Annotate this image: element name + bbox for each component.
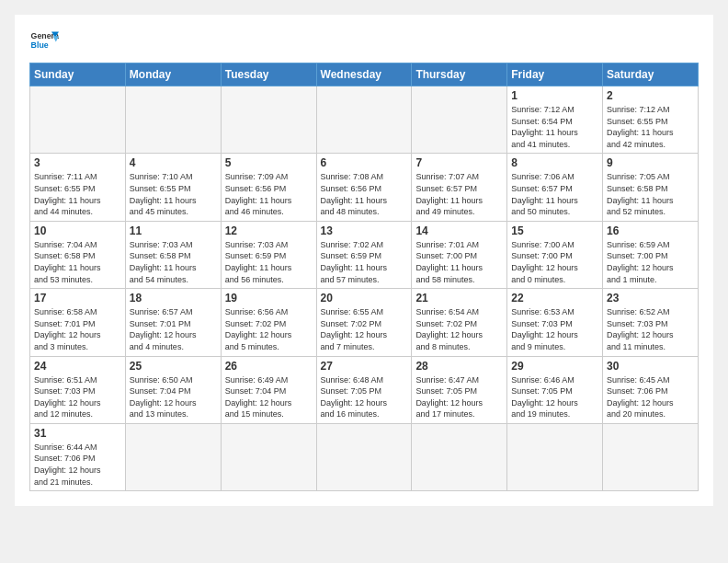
day-info: Sunrise: 7:12 AM Sunset: 6:54 PM Dayligh…: [511, 104, 598, 150]
day-info: Sunrise: 7:11 AM Sunset: 6:55 PM Dayligh…: [34, 171, 121, 217]
calendar-cell: 17Sunrise: 6:58 AM Sunset: 7:01 PM Dayli…: [30, 289, 126, 356]
calendar-cell: 16Sunrise: 6:59 AM Sunset: 7:00 PM Dayli…: [603, 221, 699, 288]
day-number: 9: [607, 156, 694, 169]
day-number: 28: [415, 360, 503, 373]
calendar-cell: 20Sunrise: 6:55 AM Sunset: 7:02 PM Dayli…: [316, 289, 412, 356]
day-info: Sunrise: 6:48 AM Sunset: 7:05 PM Dayligh…: [321, 374, 408, 420]
logo-icon: General Blue: [29, 26, 59, 55]
calendar-cell: 26Sunrise: 6:49 AM Sunset: 7:04 PM Dayli…: [221, 356, 316, 423]
day-number: 31: [34, 427, 121, 440]
calendar-cell: 9Sunrise: 7:05 AM Sunset: 6:58 PM Daylig…: [603, 154, 699, 221]
day-header-saturday: Saturday: [603, 63, 699, 86]
calendar-cell: [412, 423, 507, 490]
day-info: Sunrise: 7:10 AM Sunset: 6:55 PM Dayligh…: [130, 171, 217, 217]
day-info: Sunrise: 6:49 AM Sunset: 7:04 PM Dayligh…: [225, 374, 313, 420]
calendar-cell: 23Sunrise: 6:52 AM Sunset: 7:03 PM Dayli…: [603, 289, 699, 356]
day-number: 23: [607, 292, 694, 304]
calendar-cell: [30, 86, 126, 154]
week-row-4: 24Sunrise: 6:51 AM Sunset: 7:03 PM Dayli…: [30, 356, 699, 423]
day-header-friday: Friday: [507, 63, 603, 86]
week-row-0: 1Sunrise: 7:12 AM Sunset: 6:54 PM Daylig…: [30, 86, 699, 154]
week-row-3: 17Sunrise: 6:58 AM Sunset: 7:01 PM Dayli…: [30, 289, 699, 356]
day-info: Sunrise: 6:59 AM Sunset: 7:00 PM Dayligh…: [607, 239, 694, 285]
calendar-cell: 14Sunrise: 7:01 AM Sunset: 7:00 PM Dayli…: [412, 221, 507, 288]
day-number: 19: [225, 292, 313, 304]
day-number: 24: [34, 360, 121, 373]
day-info: Sunrise: 7:00 AM Sunset: 7:00 PM Dayligh…: [511, 239, 598, 285]
calendar-cell: [125, 86, 221, 154]
days-header-row: SundayMondayTuesdayWednesdayThursdayFrid…: [30, 63, 699, 86]
day-info: Sunrise: 7:01 AM Sunset: 7:00 PM Dayligh…: [415, 239, 503, 285]
day-number: 30: [607, 360, 694, 373]
day-number: 22: [511, 292, 598, 304]
calendar-cell: 8Sunrise: 7:06 AM Sunset: 6:57 PM Daylig…: [507, 154, 603, 221]
day-info: Sunrise: 7:05 AM Sunset: 6:58 PM Dayligh…: [607, 171, 694, 217]
day-number: 17: [34, 292, 121, 304]
calendar-cell: 12Sunrise: 7:03 AM Sunset: 6:59 PM Dayli…: [221, 221, 316, 288]
calendar-cell: 5Sunrise: 7:09 AM Sunset: 6:56 PM Daylig…: [221, 154, 316, 221]
day-info: Sunrise: 7:07 AM Sunset: 6:57 PM Dayligh…: [415, 171, 503, 217]
svg-text:Blue: Blue: [31, 40, 49, 50]
calendar-cell: [412, 86, 507, 154]
calendar-page: General Blue SundayMondayTuesdayWednesda…: [15, 15, 713, 506]
day-info: Sunrise: 6:45 AM Sunset: 7:06 PM Dayligh…: [607, 374, 694, 420]
day-header-tuesday: Tuesday: [221, 63, 316, 86]
day-number: 26: [225, 360, 313, 373]
day-info: Sunrise: 6:50 AM Sunset: 7:04 PM Dayligh…: [130, 374, 217, 420]
day-number: 11: [130, 224, 217, 237]
day-info: Sunrise: 6:58 AM Sunset: 7:01 PM Dayligh…: [34, 306, 121, 352]
day-info: Sunrise: 6:56 AM Sunset: 7:02 PM Dayligh…: [225, 306, 313, 352]
calendar-cell: 1Sunrise: 7:12 AM Sunset: 6:54 PM Daylig…: [507, 86, 603, 154]
day-info: Sunrise: 7:08 AM Sunset: 6:56 PM Dayligh…: [321, 171, 408, 217]
week-row-1: 3Sunrise: 7:11 AM Sunset: 6:55 PM Daylig…: [30, 154, 699, 221]
calendar-cell: 25Sunrise: 6:50 AM Sunset: 7:04 PM Dayli…: [125, 356, 221, 423]
day-info: Sunrise: 6:57 AM Sunset: 7:01 PM Dayligh…: [130, 306, 217, 352]
calendar-cell: 11Sunrise: 7:03 AM Sunset: 6:58 PM Dayli…: [125, 221, 221, 288]
day-number: 21: [415, 292, 503, 304]
day-info: Sunrise: 6:44 AM Sunset: 7:06 PM Dayligh…: [34, 442, 121, 488]
calendar-table: SundayMondayTuesdayWednesdayThursdayFrid…: [29, 63, 699, 491]
calendar-cell: 15Sunrise: 7:00 AM Sunset: 7:00 PM Dayli…: [507, 221, 603, 288]
day-number: 13: [321, 224, 408, 237]
day-number: 29: [511, 360, 598, 373]
day-header-monday: Monday: [125, 63, 221, 86]
day-info: Sunrise: 6:47 AM Sunset: 7:05 PM Dayligh…: [415, 374, 503, 420]
day-info: Sunrise: 7:06 AM Sunset: 6:57 PM Dayligh…: [511, 171, 598, 217]
day-number: 8: [511, 156, 598, 169]
day-number: 7: [415, 156, 503, 169]
calendar-cell: [507, 423, 603, 490]
day-info: Sunrise: 6:53 AM Sunset: 7:03 PM Dayligh…: [511, 306, 598, 352]
calendar-cell: 21Sunrise: 6:54 AM Sunset: 7:02 PM Dayli…: [412, 289, 507, 356]
calendar-cell: 3Sunrise: 7:11 AM Sunset: 6:55 PM Daylig…: [30, 154, 126, 221]
calendar-cell: 19Sunrise: 6:56 AM Sunset: 7:02 PM Dayli…: [221, 289, 316, 356]
calendar-cell: 31Sunrise: 6:44 AM Sunset: 7:06 PM Dayli…: [30, 423, 126, 490]
day-info: Sunrise: 6:52 AM Sunset: 7:03 PM Dayligh…: [607, 306, 694, 352]
day-number: 4: [130, 156, 217, 169]
calendar-cell: 13Sunrise: 7:02 AM Sunset: 6:59 PM Dayli…: [316, 221, 412, 288]
day-info: Sunrise: 6:54 AM Sunset: 7:02 PM Dayligh…: [415, 306, 503, 352]
day-number: 1: [511, 89, 598, 102]
calendar-cell: [221, 423, 316, 490]
day-number: 6: [321, 156, 408, 169]
day-number: 5: [225, 156, 313, 169]
calendar-cell: 6Sunrise: 7:08 AM Sunset: 6:56 PM Daylig…: [316, 154, 412, 221]
logo: General Blue: [29, 26, 59, 55]
calendar-cell: 10Sunrise: 7:04 AM Sunset: 6:58 PM Dayli…: [30, 221, 126, 288]
calendar-cell: 30Sunrise: 6:45 AM Sunset: 7:06 PM Dayli…: [603, 356, 699, 423]
calendar-cell: [316, 86, 412, 154]
calendar-cell: [221, 86, 316, 154]
day-info: Sunrise: 6:55 AM Sunset: 7:02 PM Dayligh…: [321, 306, 408, 352]
week-row-2: 10Sunrise: 7:04 AM Sunset: 6:58 PM Dayli…: [30, 221, 699, 288]
day-info: Sunrise: 6:46 AM Sunset: 7:05 PM Dayligh…: [511, 374, 598, 420]
day-number: 25: [130, 360, 217, 373]
header: General Blue: [29, 26, 699, 55]
day-header-wednesday: Wednesday: [316, 63, 412, 86]
day-number: 14: [415, 224, 503, 237]
calendar-cell: 7Sunrise: 7:07 AM Sunset: 6:57 PM Daylig…: [412, 154, 507, 221]
day-info: Sunrise: 6:51 AM Sunset: 7:03 PM Dayligh…: [34, 374, 121, 420]
calendar-cell: 24Sunrise: 6:51 AM Sunset: 7:03 PM Dayli…: [30, 356, 126, 423]
day-number: 3: [34, 156, 121, 169]
calendar-cell: 29Sunrise: 6:46 AM Sunset: 7:05 PM Dayli…: [507, 356, 603, 423]
day-number: 10: [34, 224, 121, 237]
day-info: Sunrise: 7:04 AM Sunset: 6:58 PM Dayligh…: [34, 239, 121, 285]
